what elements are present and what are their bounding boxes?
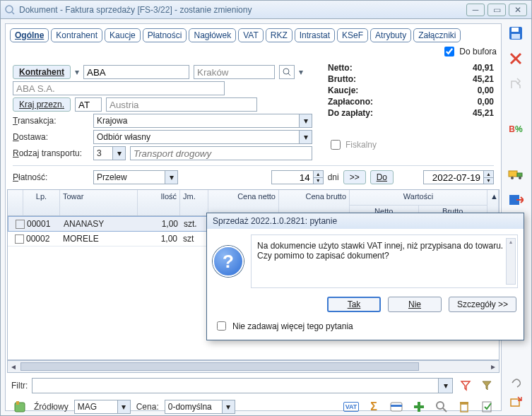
bufor-checkbox[interactable] <box>444 47 454 57</box>
tab-naglowek[interactable]: Nagłówek <box>189 28 236 42</box>
noask-check[interactable]: Nie zadawaj więcej tego pytania <box>207 315 524 340</box>
trash-icon[interactable] <box>456 398 473 415</box>
svg-point-13 <box>283 69 289 74</box>
no-button[interactable]: Nie <box>388 297 442 312</box>
right-sidebar: B% <box>504 23 527 215</box>
card-icon[interactable] <box>388 398 405 415</box>
maximize-button[interactable]: ▭ <box>487 4 506 16</box>
import-icon[interactable] <box>506 190 526 210</box>
sum-icon[interactable]: Σ <box>365 398 382 415</box>
platnosc-label: Płatność: <box>13 172 89 182</box>
tab-row: Ogólne Kontrahent Kaucje Płatności Nagłó… <box>6 24 501 61</box>
cena-label: Cena: <box>136 402 159 412</box>
filter-settings-icon[interactable] <box>478 377 495 394</box>
tab-kaucje[interactable]: Kaucje <box>105 28 141 42</box>
bufor-check[interactable]: Do bufora <box>442 44 497 59</box>
contractor-city-input[interactable] <box>194 65 275 79</box>
yes-button[interactable]: Tak <box>327 297 381 312</box>
tab-vat[interactable]: VAT <box>238 28 264 42</box>
tab-intrastat[interactable]: Intrastat <box>295 28 335 42</box>
dialog-title: Sprzedaż 2022.1.0.2821: pytanie <box>207 213 524 229</box>
transit-country <box>106 97 257 112</box>
dostawa-label: Dostawa: <box>13 132 89 142</box>
add-icon[interactable] <box>410 398 427 415</box>
chevron-down-icon[interactable]: ▾ <box>299 67 303 77</box>
svg-rect-7 <box>509 171 517 177</box>
filtr-combo[interactable]: ▾ <box>32 378 453 393</box>
svg-rect-18 <box>391 405 402 407</box>
days-spinner[interactable]: ▲▼ <box>271 170 324 184</box>
chevron-down-icon: ▾ <box>299 131 312 143</box>
truck-icon[interactable] <box>506 165 526 184</box>
chevron-down-icon: ▾ <box>165 171 177 184</box>
transit-code[interactable] <box>75 97 102 112</box>
rodzaj-label: Rodzaj transportu: <box>13 148 89 158</box>
svg-rect-3 <box>512 28 519 32</box>
transakcja-combo[interactable]: Krajowa▾ <box>93 114 312 128</box>
svg-rect-4 <box>512 34 520 39</box>
vat-icon[interactable]: VAT <box>343 398 360 415</box>
dostawa-combo[interactable]: Odbiór własny▾ <box>93 130 312 144</box>
tab-rkz[interactable]: RKZ <box>266 28 292 42</box>
contractor-code-input[interactable] <box>83 65 189 79</box>
dialog-text: Na dokumencie użyto stawki VAT innej, ni… <box>251 234 518 288</box>
side-export-icon[interactable] <box>509 394 523 408</box>
zoom-icon[interactable] <box>433 398 450 415</box>
save-icon[interactable] <box>506 23 526 43</box>
mag-combo[interactable]: MAG▾ <box>74 400 131 414</box>
filtr-label: Filtr: <box>11 381 28 391</box>
svg-rect-25 <box>483 402 491 412</box>
tab-zalaczniki[interactable]: Załączniki <box>413 28 461 42</box>
svg-rect-8 <box>517 173 522 177</box>
question-icon: ? <box>213 246 244 277</box>
filter-edit-icon[interactable] <box>457 377 474 394</box>
tab-atrybuty[interactable]: Atrybuty <box>370 28 411 42</box>
spin-up[interactable]: ▲ <box>314 171 323 178</box>
spin-down[interactable]: ▼ <box>314 178 323 184</box>
title-bar: Dokument - Faktura sprzedaży [FS-3/22] -… <box>1 1 531 19</box>
close-button[interactable]: ✕ <box>509 4 527 16</box>
chevron-down-icon[interactable]: ▾ <box>75 67 79 77</box>
cena-combo[interactable]: 0-domyślna▾ <box>165 400 235 414</box>
svg-line-1 <box>12 12 14 14</box>
window-title: Dokument - Faktura sprzedaży [FS-3/22] -… <box>19 5 463 15</box>
zrodlowy-label: Źródłowy <box>34 402 69 412</box>
date-field[interactable]: ▲▼ <box>423 170 494 184</box>
contractor-lookup[interactable] <box>279 65 295 79</box>
chevron-down-icon: ▾ <box>222 400 235 413</box>
svg-rect-24 <box>460 402 468 404</box>
svg-line-14 <box>288 73 290 76</box>
fiskalny-check[interactable]: Fiskalny <box>328 138 494 152</box>
scroll-right[interactable]: ▸ <box>487 362 499 372</box>
spin-down[interactable]: ▼ <box>484 178 493 184</box>
payment-method[interactable]: Przelew▾ <box>93 170 178 184</box>
do-button[interactable]: Do <box>370 170 394 184</box>
pick-icon[interactable] <box>478 398 495 415</box>
contractor-button[interactable]: Kontrahent <box>13 65 71 79</box>
totals: Netto:40,91 Brutto:45,21 Kaucje:0,00 Zap… <box>328 63 494 118</box>
fwd-button[interactable]: >> <box>343 170 366 184</box>
scroll-left[interactable]: ◂ <box>8 362 19 372</box>
transakcja-label: Transakcja: <box>13 116 89 126</box>
minimize-button[interactable]: ─ <box>466 4 485 16</box>
rodzaj-placeholder[interactable] <box>130 146 312 160</box>
chevron-down-icon: ▾ <box>112 147 125 160</box>
attach-icon <box>509 376 522 388</box>
transit-country-button[interactable]: Kraj przezn. <box>13 97 71 112</box>
tab-ogolne[interactable]: Ogólne <box>10 28 49 42</box>
svg-point-0 <box>6 6 13 13</box>
details-button[interactable]: Szczegóły >> <box>449 297 516 312</box>
dialog-scrollbar[interactable]: ▴ <box>506 238 516 285</box>
book-icon[interactable] <box>11 398 28 415</box>
app-icon <box>5 5 15 15</box>
svg-line-22 <box>443 408 447 412</box>
grid-hscroll[interactable]: ◂ ▸ <box>7 360 500 373</box>
bottom-toolbar: Źródłowy MAG▾ Cena: 0-domyślna▾ VAT Σ <box>6 396 501 416</box>
delete-icon[interactable] <box>506 49 526 69</box>
bx-icon[interactable]: B% <box>506 119 526 139</box>
rodzaj-code[interactable]: 3▾ <box>93 146 126 160</box>
spin-up[interactable]: ▲ <box>484 171 493 178</box>
tab-ksef[interactable]: KSeF <box>337 28 368 42</box>
tab-kontrahent[interactable]: Kontrahent <box>51 28 102 42</box>
tab-platnosci[interactable]: Płatności <box>143 28 187 42</box>
